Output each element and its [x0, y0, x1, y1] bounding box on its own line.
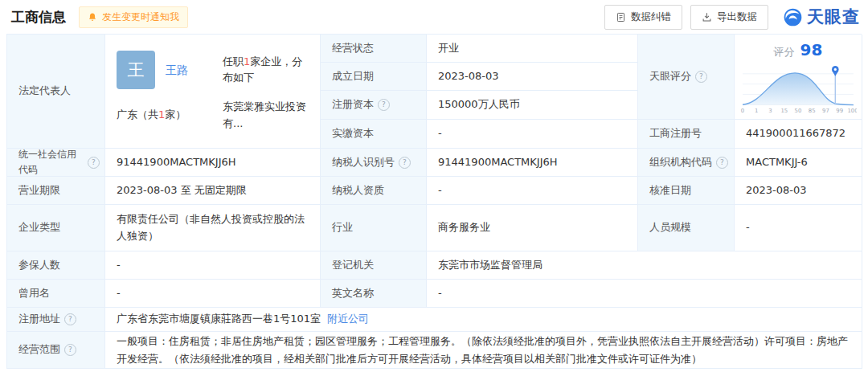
notify-label: 发生变更时通知我	[102, 10, 179, 24]
field-label-business-term: 营业期限	[7, 177, 105, 205]
field-value-paid-in-capital: -	[427, 120, 638, 149]
field-value-taxpayer-qualification: -	[427, 177, 638, 205]
section-header: 工商信息 发生变更时通知我 数据纠错 导出数据 天眼查	[0, 0, 868, 32]
help-icon[interactable]: ?	[695, 71, 707, 83]
axis-tick: 100	[847, 108, 857, 114]
axis-tick: 15	[780, 108, 788, 114]
help-icon[interactable]: ?	[399, 157, 411, 169]
field-value-staff-size: -	[735, 205, 862, 251]
legal-rep-company-link[interactable]: 东莞棠雅实业投资有...	[223, 99, 309, 131]
notify-on-change-button[interactable]: 发生变更时通知我	[79, 6, 188, 28]
field-label-legal-representative: 法定代表人	[7, 35, 105, 149]
export-data-label: 导出数据	[717, 10, 757, 24]
field-label-status: 经营状态	[321, 35, 427, 63]
legal-rep-region: 广东（共1家）	[117, 107, 223, 123]
field-value-registration-authority: 东莞市市场监督管理局	[427, 251, 862, 280]
axis-tick: 85	[809, 108, 816, 114]
field-value-registration-number: 441900011667872	[735, 120, 862, 149]
legal-representative-cell: 王 王路 任职1家企业，分布如下 广东（共1家） 东莞棠雅实业投资有...	[105, 35, 321, 149]
field-label-credit-code: 统一社会信用代码?	[7, 149, 105, 177]
tianyancha-eye-icon	[783, 7, 803, 27]
document-edit-icon	[616, 12, 626, 22]
field-label-registered-address: 注册地址?	[7, 308, 105, 332]
field-label-org-code: 组织机构代码?	[638, 149, 735, 177]
field-label-registration-authority: 登记机关	[321, 251, 427, 280]
header-actions: 数据纠错 导出数据 天眼查	[604, 5, 860, 30]
help-icon[interactable]: ?	[64, 313, 76, 325]
tianyan-score-cell: 评分 98 0 1 3 15 50 85 97	[735, 35, 862, 120]
field-value-registered-address: 广东省东莞市塘厦镇康莊路西一巷1号101室 附近公司	[105, 308, 862, 332]
help-icon[interactable]: ?	[64, 344, 76, 356]
field-label-taxpayer-id: 纳税人识别号?	[321, 149, 427, 177]
field-label-staff-size: 人员规模	[638, 205, 735, 251]
field-value-insured-count: -	[105, 251, 321, 280]
field-label-insured-count: 参保人数	[7, 251, 105, 280]
data-correction-label: 数据纠错	[631, 10, 671, 24]
help-icon[interactable]: ?	[378, 99, 390, 111]
brand-name: 天眼查	[807, 6, 860, 28]
help-icon[interactable]: ?	[716, 157, 728, 169]
field-value-org-code: MACTMKJJ-6	[735, 149, 862, 177]
business-info-table: 法定代表人 王 王路 任职1家企业，分布如下 广东（共1家） 东莞棠雅实业投资有…	[6, 34, 862, 369]
score-distribution-chart: 0 1 3 15 50 85 97 99 100	[739, 63, 857, 116]
axis-tick: 50	[795, 108, 802, 114]
field-value-former-name: -	[105, 280, 321, 308]
field-label-industry: 行业	[321, 205, 427, 251]
field-label-registered-capital: 注册资本?	[321, 91, 427, 120]
field-label-established-date: 成立日期	[321, 63, 427, 91]
field-value-registered-capital: 150000万人民币	[427, 91, 638, 120]
axis-tick: 0	[741, 108, 744, 114]
axis-tick: 1	[755, 108, 758, 114]
score-caption: 评分	[774, 44, 795, 60]
page-title: 工商信息	[11, 8, 66, 27]
field-label-approval-date: 核准日期	[638, 177, 735, 205]
field-value-status: 开业	[427, 35, 638, 63]
field-label-english-name: 英文名称	[321, 280, 427, 308]
field-value-business-scope: 一般项目：住房租赁；非居住房地产租赁；园区管理服务；工程管理服务。（除依法须经批…	[105, 332, 862, 369]
field-value-taxpayer-id: 91441900MACTMKJJ6H	[427, 149, 638, 177]
tianyancha-logo[interactable]: 天眼查	[783, 6, 860, 28]
legal-rep-avatar[interactable]: 王	[117, 51, 155, 89]
field-value-approval-date: 2023-08-03	[735, 177, 862, 205]
field-value-established-date: 2023-08-03	[427, 63, 638, 91]
nearby-companies-link[interactable]: 附近公司	[327, 311, 369, 327]
legal-rep-name-link[interactable]: 王路	[166, 62, 188, 80]
export-data-button[interactable]: 导出数据	[690, 5, 768, 30]
bell-icon	[88, 12, 97, 22]
legal-rep-role-note: 任职1家企业，分布如下	[223, 54, 309, 86]
field-label-company-type: 企业类型	[7, 205, 105, 251]
field-value-company-type: 有限责任公司（非自然人投资或控股的法人独资）	[105, 205, 321, 251]
download-icon	[702, 12, 712, 22]
field-value-english-name: -	[427, 280, 862, 308]
field-value-business-term: 2023-08-03 至 无固定期限	[105, 177, 321, 205]
axis-tick: 99	[836, 108, 843, 114]
field-label-taxpayer-qualification: 纳税人资质	[321, 177, 427, 205]
score-value: 98	[800, 38, 823, 63]
axis-tick: 97	[822, 108, 829, 114]
field-label-paid-in-capital: 实缴资本	[321, 120, 427, 149]
field-label-former-name: 曾用名	[7, 280, 105, 308]
axis-tick: 3	[768, 108, 772, 114]
data-correction-button[interactable]: 数据纠错	[604, 5, 682, 30]
field-label-registration-number: 工商注册号	[638, 120, 735, 149]
field-label-business-scope: 经营范围?	[7, 332, 105, 369]
field-value-credit-code: 91441900MACTMKJJ6H	[105, 149, 321, 177]
field-value-industry: 商务服务业	[427, 205, 638, 251]
field-label-tianyan-score: 天眼评分?	[638, 35, 735, 120]
help-icon[interactable]: ?	[88, 157, 100, 169]
